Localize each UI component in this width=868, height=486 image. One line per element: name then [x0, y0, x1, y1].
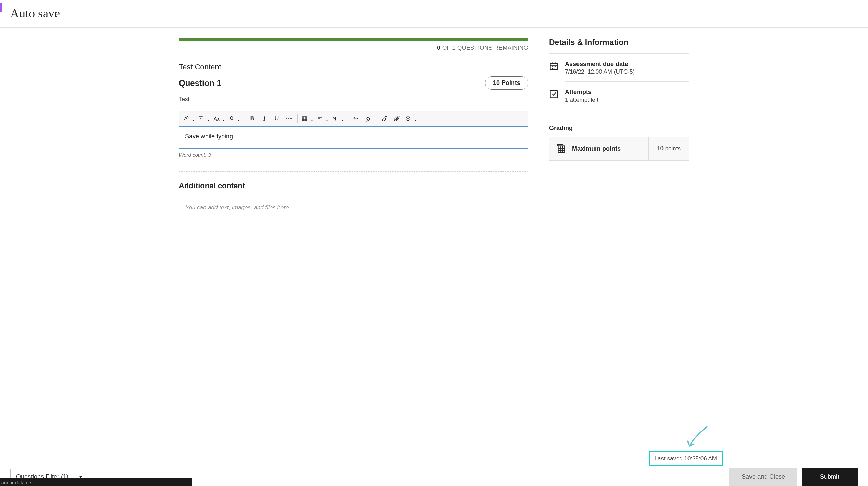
grading-label: Grading [549, 125, 689, 137]
points-pill: 10 Points [485, 76, 528, 90]
attempts-label: Attempts [565, 89, 689, 96]
arrow-annotation-icon [683, 425, 710, 452]
due-date-row: Assessment due date 7/16/22, 12:00 AM (U… [549, 61, 689, 89]
underline-icon[interactable]: U [271, 113, 283, 125]
svg-rect-21 [558, 146, 565, 153]
save-and-close-button[interactable]: Save and Close [729, 468, 797, 486]
paragraph-direction-icon[interactable]: ▼ [330, 113, 345, 125]
title-accent [0, 3, 2, 12]
toolbar-separator [244, 114, 244, 123]
last-saved-text: Last saved 10:35:06 AM [649, 451, 723, 466]
progress-bar [179, 38, 528, 41]
questions-remaining: 0 OF 1 QUESTIONS REMAINING [179, 41, 528, 56]
italic-icon[interactable]: I [258, 113, 271, 125]
question-prompt: Test [179, 96, 528, 111]
max-points-value: 10 points [648, 137, 689, 160]
font-size-icon[interactable]: ▼ [211, 113, 226, 125]
main-column: 0 OF 1 QUESTIONS REMAINING Test Content … [179, 38, 528, 463]
last-saved-callout: Last saved 10:35:06 AM [649, 451, 723, 466]
undo-icon[interactable] [349, 113, 362, 125]
question-title: Question 1 [179, 78, 221, 88]
text-style-icon[interactable]: ▼ [181, 113, 196, 125]
question-header: Question 1 10 Points [179, 76, 528, 96]
rubric-icon [556, 143, 566, 154]
svg-rect-0 [302, 117, 307, 121]
divider [179, 171, 528, 172]
svg-rect-20 [550, 91, 558, 98]
grading-box: Maximum points 10 points [549, 137, 689, 161]
more-formatting-icon[interactable]: ··· [283, 113, 295, 125]
due-date-value: 7/16/22, 12:00 AM (UTC-5) [565, 68, 689, 75]
answer-input[interactable]: Save while typing [179, 126, 528, 149]
toolbar-separator [297, 114, 298, 123]
toolbar-separator [376, 114, 376, 123]
text-color-icon[interactable]: ▼ [226, 113, 241, 125]
test-content-heading: Test Content [179, 56, 528, 76]
attachment-icon[interactable] [391, 113, 403, 125]
text-format-icon[interactable]: ▼ [196, 113, 211, 125]
page-title: Auto save [10, 6, 60, 21]
title-bar: Auto save [0, 0, 868, 28]
sidebar-title: Details & Information [549, 38, 689, 54]
remaining-count: 0 [437, 44, 441, 51]
remaining-text: OF 1 QUESTIONS REMAINING [441, 44, 528, 51]
editor-toolbar: ▼ ▼ ▼ ▼ B I [179, 111, 528, 126]
max-points-label: Maximum points [572, 145, 621, 152]
toolbar-separator [347, 114, 347, 123]
clear-format-icon[interactable] [362, 113, 374, 125]
link-icon[interactable] [379, 113, 391, 125]
additional-content-input[interactable]: You can add text, images, and files here… [179, 197, 528, 229]
attempts-row: Attempts 1 attempt left [549, 89, 689, 117]
attempts-value: 1 attempt left [565, 96, 689, 103]
status-url-overlay: am nr-data net [0, 478, 192, 486]
submit-button[interactable]: Submit [802, 468, 858, 486]
bold-icon[interactable]: B [246, 113, 258, 125]
checkbox-icon [549, 89, 559, 100]
due-date-label: Assessment due date [565, 61, 689, 68]
answer-editor: ▼ ▼ ▼ ▼ B I [179, 111, 528, 149]
calendar-icon [549, 61, 559, 72]
insert-plus-icon[interactable]: ▼ [403, 113, 418, 125]
additional-content-title: Additional content [179, 181, 528, 197]
table-icon[interactable]: ▼ [300, 113, 315, 125]
word-count: Word count: 3 [179, 149, 528, 158]
sidebar: Details & Information Assessment due dat… [549, 38, 689, 463]
align-icon[interactable]: ▼ [315, 113, 330, 125]
